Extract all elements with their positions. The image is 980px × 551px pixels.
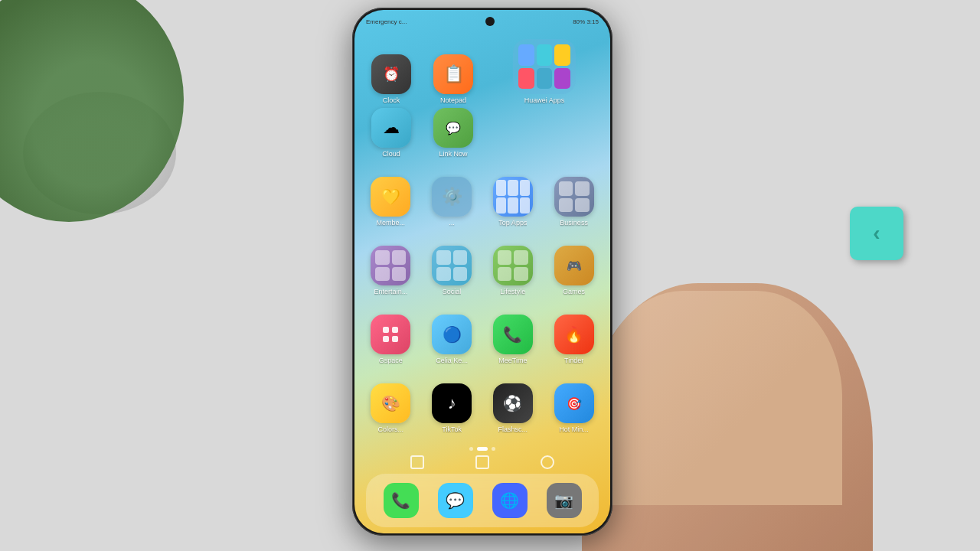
- dock-messages[interactable]: 💬: [438, 483, 473, 518]
- app-business[interactable]: Business: [545, 177, 603, 228]
- folder-mini-2: [537, 44, 553, 66]
- tiktok-icon: ♪: [432, 383, 472, 423]
- browser-symbol: 🌐: [500, 491, 519, 510]
- app-members[interactable]: 💛 Membe...: [362, 177, 420, 228]
- folder-mini-1: [518, 44, 534, 66]
- status-emergency: Emergency c...: [366, 18, 407, 25]
- celia-label: Celia Ke...: [436, 357, 468, 364]
- colors-label: Colors...: [378, 425, 404, 433]
- folder-mini-3: [554, 44, 570, 66]
- celia-icon: 🔵: [432, 315, 472, 354]
- flashscore-icon: ⚽: [493, 383, 533, 423]
- dock-camera-icon: 📷: [547, 483, 582, 518]
- app-celia[interactable]: 🔵 Celia Ke...: [423, 315, 481, 366]
- hotmini-label: Hot Min...: [559, 425, 589, 433]
- dock-camera[interactable]: 📷: [547, 483, 582, 518]
- dock-messages-icon: 💬: [438, 483, 473, 518]
- members-icon: 💛: [371, 177, 410, 217]
- topapps2-icon: ⚙️: [432, 177, 472, 217]
- huaweiapps-label: Huawei Apps: [524, 96, 565, 104]
- status-bar: Emergency c... 80% 3:15: [354, 10, 610, 33]
- svg-rect-0: [383, 327, 389, 333]
- meetime-label: MeeTime: [498, 357, 527, 364]
- topapps-icon: [493, 177, 533, 217]
- linknow-icon: 💬: [433, 108, 473, 148]
- app-huawei-folder[interactable]: Huawei Apps: [486, 39, 603, 106]
- topapps-label: Top Apps: [498, 219, 527, 227]
- clock-icon: ⏰: [371, 54, 411, 94]
- notepad-label: Notepad: [440, 96, 466, 104]
- cloud-icon: ☁: [371, 108, 411, 148]
- svg-rect-3: [392, 336, 398, 342]
- topapps2-label: ...: [449, 219, 455, 227]
- status-battery-time: 80% 3:15: [573, 18, 599, 25]
- cloud-label: Cloud: [382, 150, 400, 158]
- social-icon: [432, 246, 472, 285]
- app-gspace[interactable]: Gspace: [362, 315, 420, 366]
- hotmini-icon: 🎯: [554, 383, 594, 423]
- app-linknow[interactable]: 💬 Link Now: [424, 108, 482, 159]
- back-button[interactable]: [410, 455, 424, 469]
- dock-phone[interactable]: 📞: [384, 483, 419, 518]
- games-label: Games: [563, 288, 585, 295]
- app-games[interactable]: 🎮 Games: [545, 246, 603, 297]
- business-icon: [554, 177, 594, 217]
- app-flashscore[interactable]: ⚽ Flashsc...: [485, 383, 542, 435]
- folder-mini-4: [518, 68, 534, 90]
- tinder-icon: 🔥: [554, 315, 594, 354]
- phone-screen: Emergency c... 80% 3:15 ⏰ Clock 📋 Notepa…: [354, 10, 610, 533]
- dock-browser[interactable]: 🌐: [492, 483, 528, 518]
- folder-mini-6: [554, 68, 570, 90]
- teal-back-button[interactable]: ‹: [850, 207, 903, 260]
- chevron-left-icon: ‹: [873, 221, 880, 246]
- members-label: Membe...: [377, 219, 406, 227]
- dock-phone-icon: 📞: [384, 483, 419, 518]
- app-empty-1: [486, 108, 603, 159]
- business-label: Business: [560, 219, 588, 227]
- entertainment-icon: [371, 246, 410, 285]
- flashscore-label: Flashsc...: [498, 425, 528, 433]
- phone-device: Emergency c... 80% 3:15 ⏰ Clock 📋 Notepa…: [352, 8, 612, 536]
- folder-mini-5: [537, 68, 553, 90]
- huawei-folder-icon: [513, 39, 576, 94]
- colors-icon: 🎨: [371, 383, 410, 423]
- tinder-label: Tinder: [564, 357, 583, 364]
- page-dot-1[interactable]: [469, 447, 473, 451]
- app-tiktok[interactable]: ♪ TikTok: [423, 383, 481, 435]
- app-topapps2[interactable]: ⚙️ ...: [423, 177, 481, 228]
- svg-rect-1: [392, 327, 398, 333]
- app-social[interactable]: Social: [423, 246, 481, 297]
- app-entertainment[interactable]: Entertain...: [362, 246, 420, 297]
- dock: 📞 💬 🌐 📷: [366, 474, 599, 527]
- meetime-icon: 📞: [493, 315, 533, 354]
- page-dot-3[interactable]: [492, 447, 495, 451]
- messages-symbol: 💬: [446, 491, 465, 510]
- app-tinder[interactable]: 🔥 Tinder: [545, 315, 603, 366]
- page-indicators: [354, 447, 610, 451]
- app-hotmini[interactable]: 🎯 Hot Min...: [545, 383, 603, 435]
- page-dot-2-active[interactable]: [477, 447, 488, 451]
- app-notepad[interactable]: 📋 Notepad: [424, 39, 482, 106]
- gspace-label: Gspace: [379, 357, 403, 364]
- app-clock[interactable]: ⏰ Clock: [362, 39, 420, 106]
- lifestyle-icon: [493, 246, 533, 285]
- home-button[interactable]: [475, 455, 489, 469]
- svg-rect-2: [383, 336, 389, 342]
- app-topapps[interactable]: Top Apps: [485, 177, 542, 228]
- recents-button[interactable]: [541, 455, 554, 469]
- clock-label: Clock: [383, 96, 400, 104]
- camera-symbol: 📷: [554, 491, 573, 510]
- app-colors[interactable]: 🎨 Colors...: [362, 383, 420, 435]
- games-icon: 🎮: [554, 246, 594, 285]
- dock-browser-icon: 🌐: [492, 483, 528, 518]
- hand: [582, 283, 873, 551]
- notepad-icon: 📋: [433, 54, 473, 94]
- app-meetime[interactable]: 📞 MeeTime: [485, 315, 542, 366]
- tiktok-label: TikTok: [442, 425, 462, 433]
- entertainment-label: Entertain...: [374, 288, 408, 295]
- app-cloud[interactable]: ☁ Cloud: [362, 108, 420, 159]
- navigation-bar: [354, 454, 610, 471]
- phone-symbol: 📞: [391, 491, 410, 510]
- camera-notch: [485, 17, 495, 26]
- app-lifestyle[interactable]: Lifestyle: [485, 246, 542, 297]
